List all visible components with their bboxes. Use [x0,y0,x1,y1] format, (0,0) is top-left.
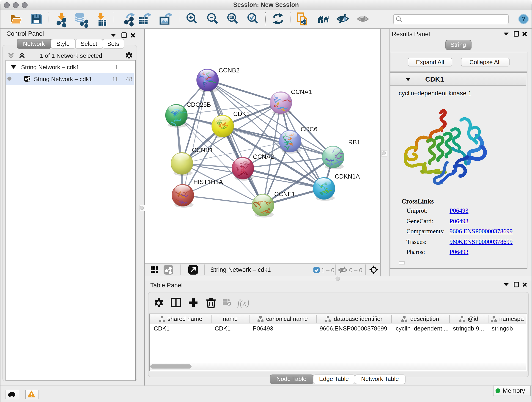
svg-text:CCNB1: CCNB1 [192,147,213,153]
svg-text:CCNA2: CCNA2 [253,153,274,160]
svg-text:CDK1: CDK1 [233,110,250,117]
svg-text:CDKN1A: CDKN1A [335,173,360,180]
svg-text:CDC25B: CDC25B [186,101,211,108]
svg-text:CCNB2: CCNB2 [219,67,240,74]
svg-text:RB1: RB1 [348,139,360,146]
svg-text:f(x): f(x) [237,298,249,308]
svg-text:CCNA1: CCNA1 [291,89,312,95]
svg-text:HIST1H1A: HIST1H1A [193,179,223,185]
svg-text:CDC6: CDC6 [301,126,317,133]
svg-text:CCNE1: CCNE1 [274,191,295,198]
svg-text:?: ? [521,15,526,23]
